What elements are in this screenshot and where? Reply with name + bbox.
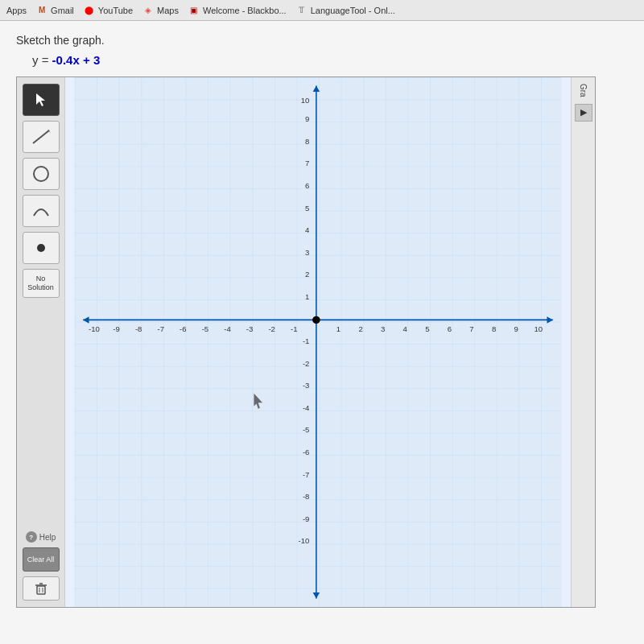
graph-container: NoSolution ? Help Clear All xyxy=(16,76,596,608)
trash-icon xyxy=(33,580,49,597)
svg-point-3 xyxy=(34,167,48,181)
delete-button[interactable] xyxy=(23,576,60,601)
svg-text:-2: -2 xyxy=(303,359,310,368)
svg-text:7: 7 xyxy=(469,324,473,333)
gmail-icon: M xyxy=(36,5,47,16)
svg-text:3: 3 xyxy=(305,248,309,257)
svg-text:8: 8 xyxy=(305,137,309,146)
youtube-label: YouTube xyxy=(98,6,133,15)
main-content: Sketch the graph. y = -0.4x + 3 xyxy=(0,21,644,644)
svg-text:4: 4 xyxy=(305,225,310,234)
svg-line-1 xyxy=(33,130,49,143)
svg-marker-0 xyxy=(36,93,45,106)
tab-gmail[interactable]: M Gmail xyxy=(36,5,74,16)
svg-text:-10: -10 xyxy=(299,536,310,545)
help-icon: ? xyxy=(26,531,37,543)
gmail-label: Gmail xyxy=(51,6,74,15)
svg-text:10: 10 xyxy=(301,96,310,105)
tab-maps[interactable]: ◈ Maps xyxy=(142,5,179,16)
tab-apps[interactable]: Apps xyxy=(6,6,27,15)
clear-all-label: Clear All xyxy=(27,555,55,564)
instruction-text: Sketch the graph. xyxy=(16,34,628,47)
svg-text:-5: -5 xyxy=(303,425,310,434)
svg-text:1: 1 xyxy=(336,324,341,333)
svg-text:10: 10 xyxy=(535,324,543,333)
line-icon xyxy=(30,126,52,148)
svg-text:9: 9 xyxy=(514,324,518,333)
graph-svg: -1 -2 -3 -4 -5 -6 -7 -8 -9 -10 1 2 3 4 5… xyxy=(65,77,571,607)
point-icon xyxy=(30,237,52,259)
equation: y = -0.4x + 3 xyxy=(32,53,628,67)
svg-text:6: 6 xyxy=(305,181,309,190)
svg-point-4 xyxy=(37,244,45,252)
svg-rect-12 xyxy=(75,77,562,607)
tab-youtube[interactable]: ⬤ YouTube xyxy=(84,5,133,16)
svg-text:3: 3 xyxy=(381,324,385,333)
svg-text:6: 6 xyxy=(448,324,452,333)
clear-all-button[interactable]: Clear All xyxy=(23,547,60,572)
equation-body: -0.4x + 3 xyxy=(52,53,101,67)
svg-text:-5: -5 xyxy=(202,324,209,333)
svg-text:2: 2 xyxy=(358,324,362,333)
svg-text:-3: -3 xyxy=(303,381,310,390)
languagetool-label: LanguageTool - Onl... xyxy=(311,6,395,15)
languagetool-icon: 𝕋 xyxy=(296,5,308,16)
svg-text:7: 7 xyxy=(305,159,309,167)
maps-label: Maps xyxy=(157,6,179,15)
svg-text:-9: -9 xyxy=(113,324,120,333)
svg-text:-4: -4 xyxy=(303,403,310,412)
svg-text:9: 9 xyxy=(305,114,309,123)
svg-text:4: 4 xyxy=(403,324,408,333)
svg-text:2: 2 xyxy=(305,270,309,279)
right-panel: Gra ▶ xyxy=(571,77,595,607)
svg-text:-9: -9 xyxy=(303,514,310,523)
svg-text:1: 1 xyxy=(305,292,309,301)
svg-text:-8: -8 xyxy=(135,324,142,333)
browser-toolbar: Apps M Gmail ⬤ YouTube ◈ Maps ▣ Welcome … xyxy=(0,0,644,21)
no-solution-label: NoSolution xyxy=(27,275,54,292)
blackboard-icon: ▣ xyxy=(188,5,200,16)
maps-icon: ◈ xyxy=(142,5,154,16)
right-panel-arrow-button[interactable]: ▶ xyxy=(575,104,592,122)
svg-text:-2: -2 xyxy=(268,324,275,333)
tab-blackboard[interactable]: ▣ Welcome - Blackbo... xyxy=(188,5,287,16)
no-solution-button[interactable]: NoSolution xyxy=(23,269,60,298)
help-label: Help xyxy=(39,533,56,542)
svg-text:5: 5 xyxy=(425,324,429,333)
svg-rect-5 xyxy=(37,586,45,594)
line-tool-button[interactable] xyxy=(23,121,60,153)
svg-text:-4: -4 xyxy=(224,324,231,333)
svg-text:-8: -8 xyxy=(303,492,310,501)
plotted-point xyxy=(312,316,320,324)
youtube-icon: ⬤ xyxy=(84,5,95,16)
circle-icon xyxy=(30,163,52,185)
equation-prefix: y = xyxy=(32,53,52,67)
point-tool-button[interactable] xyxy=(23,232,60,264)
help-button[interactable]: ? Help xyxy=(26,531,56,543)
svg-text:5: 5 xyxy=(305,204,309,213)
parabola-tool-button[interactable] xyxy=(23,195,60,227)
left-toolbar: NoSolution ? Help Clear All xyxy=(17,77,65,607)
apps-label: Apps xyxy=(6,6,27,15)
svg-text:-1: -1 xyxy=(291,324,297,333)
svg-text:-6: -6 xyxy=(180,324,187,333)
svg-text:8: 8 xyxy=(492,324,496,333)
svg-text:-6: -6 xyxy=(303,448,310,456)
svg-text:-7: -7 xyxy=(157,324,163,333)
tab-languagetool[interactable]: 𝕋 LanguageTool - Onl... xyxy=(296,5,395,16)
blackboard-label: Welcome - Blackbo... xyxy=(203,6,287,15)
graph-area[interactable]: -1 -2 -3 -4 -5 -6 -7 -8 -9 -10 1 2 3 4 5… xyxy=(65,77,571,607)
svg-text:-1: -1 xyxy=(303,336,310,345)
select-tool-button[interactable] xyxy=(23,84,60,116)
right-panel-label: Gra xyxy=(579,84,588,97)
svg-text:-7: -7 xyxy=(303,470,310,479)
parabola-icon xyxy=(30,200,52,222)
help-area: ? Help Clear All xyxy=(20,531,61,601)
svg-text:-3: -3 xyxy=(246,324,254,333)
svg-text:-10: -10 xyxy=(89,324,100,333)
cursor-icon xyxy=(33,92,49,108)
circle-tool-button[interactable] xyxy=(23,158,60,190)
